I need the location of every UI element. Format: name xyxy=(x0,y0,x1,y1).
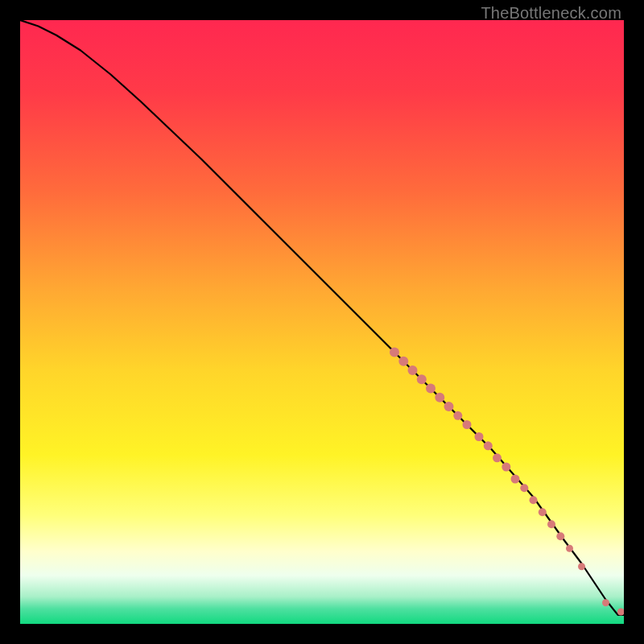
marker-dot xyxy=(493,453,502,462)
marker-dot xyxy=(530,496,538,504)
chart-svg xyxy=(20,20,624,624)
marker-dot xyxy=(417,374,427,384)
marker-dot xyxy=(390,348,399,357)
marker-dot xyxy=(511,475,520,484)
marker-dot xyxy=(435,393,444,402)
marker-dot xyxy=(547,520,555,528)
marker-dot xyxy=(520,484,528,492)
marker-dot xyxy=(426,384,436,394)
marker-dot xyxy=(463,420,472,429)
marker-dot xyxy=(502,463,510,472)
marker-dot xyxy=(539,508,547,516)
marker-dot xyxy=(444,402,454,411)
marker-dot xyxy=(453,411,462,420)
marker-dot xyxy=(566,545,573,552)
marker-dot xyxy=(556,532,564,540)
marker-dot xyxy=(398,357,408,366)
marker-dot xyxy=(602,599,609,606)
marker-dot xyxy=(578,563,585,570)
chart-background xyxy=(20,20,624,624)
marker-dot xyxy=(408,365,418,375)
chart-stage: TheBottleneck.com xyxy=(0,0,644,644)
chart-plot-area xyxy=(20,20,624,624)
marker-dot xyxy=(484,441,493,450)
marker-dot xyxy=(475,432,484,441)
